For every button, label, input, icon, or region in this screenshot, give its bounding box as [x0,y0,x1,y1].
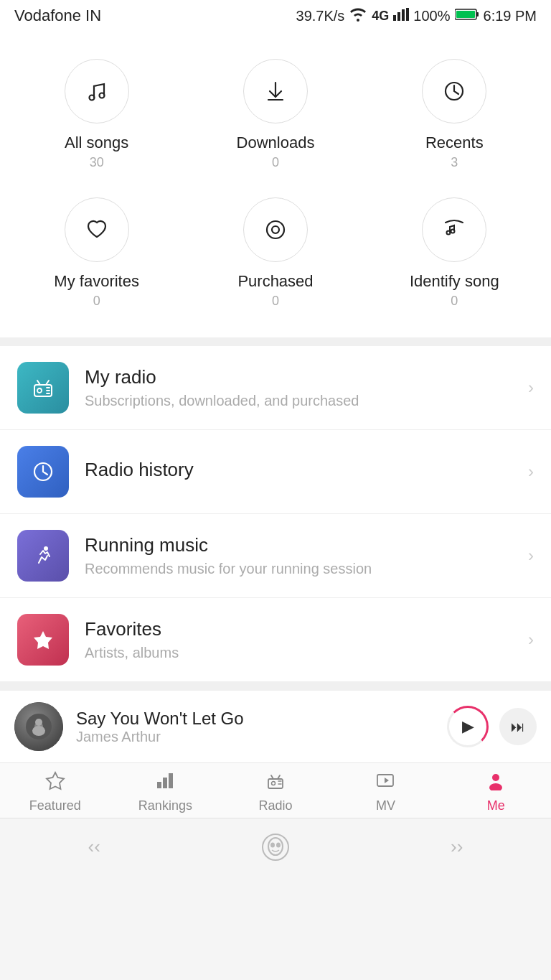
divider-1 [0,337,551,346]
grid-label-downloads: Downloads [237,134,315,152]
list-subtitle-running-music: Recommends music for your running sessio… [85,561,521,577]
grid-count-recents: 3 [451,155,458,170]
now-playing-info: Say You Won't Let Go James Arthur [76,709,446,745]
svg-point-16 [37,388,42,393]
nav-label-featured: Featured [29,798,81,813]
svg-rect-30 [169,773,173,788]
battery-text: 100% [413,8,450,24]
nav-label-rankings: Rankings [138,798,192,813]
grid-label-recents: Recents [425,134,484,152]
grid-container: All songs 30 Downloads 0 Recents 3 My fa… [7,46,544,316]
nav-item-me[interactable]: Me [467,770,524,813]
svg-point-37 [492,774,499,781]
nav-icon-mv [376,770,396,795]
play-button[interactable]: ▶ [446,705,489,748]
chevron-icon-my-radio: › [528,378,534,398]
svg-point-25 [35,719,42,726]
nav-label-me: Me [487,798,505,813]
now-playing-bar[interactable]: Say You Won't Let Go James Arthur ▶ ⏭ [0,690,551,762]
grid-icon-recents [422,59,486,123]
grid-count-my-favorites: 0 [93,294,100,309]
now-playing-artist: James Arthur [76,729,446,745]
carrier-text: Vodafone IN [14,6,101,25]
svg-point-26 [32,726,45,736]
list-subtitle-my-radio: Subscriptions, downloaded, and purchased [85,393,521,409]
system-nav: ‹‹ ›› [0,818,551,875]
grid-item-downloads[interactable]: Downloads 0 [186,46,364,177]
svg-point-40 [270,842,275,847]
album-art [14,702,63,751]
nav-label-mv: MV [376,798,395,813]
now-playing-title: Say You Won't Let Go [76,709,446,729]
grid-icon-downloads [243,59,308,123]
list-item-my-radio[interactable]: My radio Subscriptions, downloaded, and … [0,346,551,430]
home-button[interactable] [262,834,289,861]
battery-icon [455,8,479,24]
svg-point-38 [489,783,502,790]
list-item-radio-history[interactable]: Radio history › [0,430,551,514]
chevron-icon-radio-history: › [528,462,534,482]
nav-item-radio[interactable]: Radio [247,770,304,813]
svg-point-14 [451,230,455,233]
nav-item-mv[interactable]: MV [357,770,415,813]
chevron-icon-favorites: › [528,630,534,650]
grid-icon-identify-song [422,197,486,262]
list-icon-favorites [17,614,69,666]
back-button[interactable]: ‹‹ [74,829,115,865]
list-text-running-music: Running music Recommends music for your … [85,534,521,577]
list-section: My radio Subscriptions, downloaded, and … [0,346,551,681]
list-title-favorites: Favorites [85,618,521,640]
status-bar: Vodafone IN 39.7K/s 4G 100% [0,0,551,32]
svg-rect-28 [157,782,161,788]
skip-button[interactable]: ⏭ [499,708,537,745]
list-item-favorites[interactable]: Favorites Artists, albums › [0,598,551,681]
grid-count-downloads: 0 [272,155,279,170]
skip-icon: ⏭ [511,719,525,735]
list-item-running-music[interactable]: Running music Recommends music for your … [0,514,551,598]
grid-section: All songs 30 Downloads 0 Recents 3 My fa… [0,32,551,337]
svg-rect-5 [476,12,479,17]
svg-point-21 [44,546,48,551]
svg-point-11 [267,221,284,238]
svg-point-39 [268,838,283,855]
grid-label-purchased: Purchased [237,272,313,291]
svg-point-41 [276,842,281,847]
grid-count-all-songs: 30 [90,155,104,170]
svg-rect-2 [402,9,405,21]
grid-item-purchased[interactable]: Purchased 0 [186,185,364,316]
signal-icon: 4G [372,9,389,24]
nav-item-featured[interactable]: Featured [27,770,84,813]
divider-2 [0,681,551,690]
svg-point-7 [89,95,94,101]
grid-label-all-songs: All songs [65,134,128,152]
svg-point-12 [272,226,279,233]
grid-label-identify-song: Identify song [410,272,499,291]
nav-icon-radio [265,770,286,795]
list-subtitle-favorites: Artists, albums [85,645,521,661]
svg-marker-27 [47,773,64,789]
grid-icon-my-favorites [65,197,129,262]
time-text: 6:19 PM [484,8,537,24]
grid-count-identify-song: 0 [451,294,458,309]
cell-bars [393,8,409,24]
play-icon: ▶ [462,717,474,736]
player-controls: ▶ ⏭ [446,705,537,748]
album-art-inner [14,702,63,751]
forward-button[interactable]: ›› [436,829,477,865]
nav-label-radio: Radio [258,798,292,813]
list-icon-running-music [17,530,69,582]
status-right: 39.7K/s 4G 100% 6:19 PM [296,7,537,25]
svg-rect-0 [393,15,396,21]
grid-item-recents[interactable]: Recents 3 [365,46,544,177]
svg-rect-1 [397,12,400,21]
nav-item-rankings[interactable]: Rankings [136,770,194,813]
svg-point-13 [447,231,451,235]
grid-label-my-favorites: My favorites [54,272,139,291]
svg-marker-36 [385,778,389,783]
grid-item-all-songs[interactable]: All songs 30 [7,46,186,177]
grid-item-identify-song[interactable]: Identify song 0 [365,185,544,316]
list-icon-my-radio [17,362,69,414]
svg-point-32 [271,782,275,785]
grid-item-my-favorites[interactable]: My favorites 0 [7,185,186,316]
chevron-icon-running-music: › [528,546,534,566]
